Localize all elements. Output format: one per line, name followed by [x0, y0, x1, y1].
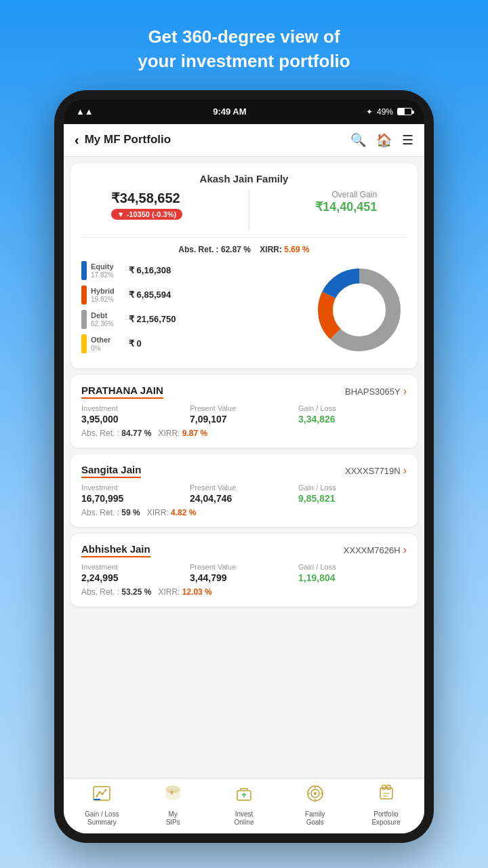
- portfolio-summary-card: Akash Jain Family ₹34,58,652 ▼ -10350 (-…: [70, 163, 418, 368]
- hero-line2: your investment portfolio: [138, 51, 350, 71]
- debt-label: Debt 62.36%: [91, 311, 125, 328]
- present-value-label-a: Present Value: [190, 563, 298, 571]
- member-name-prathana[interactable]: PRATHANA JAIN: [81, 384, 163, 399]
- present-value-col-s: Present Value 24,04,746: [190, 484, 298, 504]
- menu-icon[interactable]: ☰: [402, 132, 413, 148]
- equity-amount: ₹ 6,16,308: [129, 265, 171, 275]
- portfolio-right: Overall Gain ₹14,40,451: [315, 190, 377, 214]
- gain-loss-icon: [92, 784, 111, 808]
- abs-ret-row-sangita: Abs. Ret. : 59 % XIRR: 4.82 %: [81, 508, 407, 517]
- gain-loss-col: Gain / Loss 3,34,826: [298, 404, 407, 425]
- back-title: ‹ My MF Portfolio: [75, 132, 171, 148]
- member-card-abhishek: Abhishek Jain XXXXM7626H › Investment 2,…: [70, 534, 418, 606]
- abs-ret-row-abhishek: Abs. Ret. : 53.25 % XIRR: 12.03 %: [81, 587, 407, 597]
- svg-point-3: [333, 284, 385, 336]
- member-card-prathana: PRATHANA JAIN BHAPS3065Y › Investment 3,…: [70, 375, 418, 448]
- member-card-sangita: Sangita Jain XXXXS7719N › Investment 16,…: [70, 454, 418, 527]
- investment-label-a: Investment: [81, 563, 190, 571]
- member-header-prathana: PRATHANA JAIN BHAPS3065Y ›: [81, 384, 407, 399]
- bottom-nav: Gain / LossSummary ₹ MySIPs: [64, 778, 424, 833]
- portfolio-exposure-icon: [377, 784, 396, 808]
- svg-point-9: [99, 791, 101, 793]
- total-value: ₹34,58,652: [111, 190, 182, 206]
- investment-col-s: Investment 16,70,995: [81, 484, 190, 504]
- abs-ret-row: Abs. Ret. : 62.87 % XIRR: 5.69 %: [81, 245, 407, 254]
- status-time: 9:49 AM: [213, 106, 246, 117]
- investment-label: Investment: [81, 404, 190, 412]
- svg-point-8: [96, 795, 98, 797]
- svg-point-10: [102, 793, 104, 795]
- member-name-sangita[interactable]: Sangita Jain: [81, 464, 141, 478]
- hybrid-dot: [81, 285, 87, 304]
- gain-loss-value-a: 1,19,804: [298, 572, 407, 583]
- nav-family-goals[interactable]: FamilyGoals: [295, 784, 336, 827]
- abs-ret-label: Abs. Ret. :: [178, 245, 218, 254]
- member-id-abhishek[interactable]: XXXXM7626H ›: [344, 544, 407, 556]
- sips-label: MySIPs: [166, 810, 180, 827]
- nav-sips[interactable]: ₹ MySIPs: [152, 784, 193, 827]
- family-goals-icon: [306, 784, 325, 808]
- portfolio-top: ₹34,58,652 ▼ -10350 (-0.3%) Overall Gain…: [81, 190, 407, 238]
- investment-col: Investment 3,95,000: [81, 404, 190, 425]
- back-button[interactable]: ‹: [75, 132, 79, 148]
- member-stats-prathana: Investment 3,95,000 Present Value 7,09,1…: [81, 404, 407, 425]
- xirr-label: XIRR:: [260, 245, 282, 254]
- present-value-col-a: Present Value 3,44,799: [190, 563, 298, 583]
- gain-loss-label: Gain / Loss: [298, 404, 407, 412]
- investment-label-s: Investment: [81, 484, 190, 492]
- member-name-abhishek[interactable]: Abhishek Jain: [81, 543, 150, 557]
- nav-portfolio-exposure[interactable]: PortfolioExposure: [366, 784, 407, 827]
- family-name: Akash Jain Family: [81, 173, 407, 184]
- member-stats-sangita: Investment 16,70,995 Present Value 24,04…: [81, 484, 407, 504]
- svg-rect-12: [94, 799, 100, 800]
- portfolio-breakdown: Equity 17.82% ₹ 6,16,308 Hybrid 19.82%: [81, 261, 407, 359]
- gain-loss-label-a: Gain / Loss: [298, 563, 407, 571]
- investment-value-a: 2,24,995: [81, 572, 190, 583]
- phone-screen: ‹ My MF Portfolio 🔍 🏠 ☰ Akash Jain Famil…: [64, 124, 424, 833]
- present-value-s: 24,04,746: [190, 493, 298, 504]
- gain-loss-label-s: Gain / Loss: [298, 484, 407, 492]
- portfolio-left: ₹34,58,652 ▼ -10350 (-0.3%): [111, 190, 182, 220]
- hero-text: Get 360-degree view of your investment p…: [97, 0, 390, 90]
- bluetooth-icon: ✦: [366, 107, 373, 117]
- other-dot: [81, 334, 87, 353]
- overall-gain-label: Overall Gain: [315, 190, 377, 199]
- investment-value-s: 16,70,995: [81, 493, 190, 504]
- other-label: Other 0%: [91, 336, 125, 352]
- svg-rect-27: [382, 785, 386, 789]
- search-icon[interactable]: 🔍: [350, 132, 367, 148]
- invest-online-icon: [235, 784, 253, 808]
- change-badge: ▼ -10350 (-0.3%): [111, 209, 182, 220]
- family-goals-label: FamilyGoals: [305, 810, 325, 827]
- portfolio-exposure-label: PortfolioExposure: [371, 810, 400, 827]
- status-bar: ▲▲ 9:49 AM ✦ 49%: [64, 100, 424, 124]
- hybrid-label: Hybrid 19.82%: [91, 287, 125, 303]
- divider: [249, 190, 249, 231]
- overall-gain-amount: ₹14,40,451: [315, 199, 377, 214]
- gain-loss-col-a: Gain / Loss 1,19,804: [298, 563, 407, 583]
- scroll-padding: [70, 613, 418, 620]
- hero-line1: Get 360-degree view of: [148, 26, 340, 47]
- home-icon[interactable]: 🏠: [376, 132, 392, 148]
- member-id-prathana[interactable]: BHAPS3065Y ›: [345, 385, 407, 397]
- gain-loss-value-s: 9,85,821: [298, 493, 407, 504]
- svg-rect-28: [387, 785, 390, 789]
- donut-chart: [312, 262, 407, 357]
- svg-point-21: [314, 792, 317, 795]
- invest-online-label: InvestOnline: [235, 810, 254, 827]
- present-value-a: 3,44,799: [190, 572, 298, 583]
- page-title: My MF Portfolio: [85, 133, 171, 146]
- breakdown-list: Equity 17.82% ₹ 6,16,308 Hybrid 19.82%: [81, 261, 312, 359]
- gain-loss-label: Gain / LossSummary: [85, 810, 119, 827]
- status-right: ✦ 49%: [366, 107, 412, 117]
- equity-dot: [81, 261, 87, 280]
- nav-invest-online[interactable]: InvestOnline: [224, 784, 264, 827]
- member-stats-abhishek: Investment 2,24,995 Present Value 3,44,7…: [81, 563, 407, 583]
- gain-loss-col-s: Gain / Loss 9,85,821: [298, 484, 407, 504]
- member-id-sangita[interactable]: XXXXS7719N ›: [345, 465, 407, 477]
- battery-level: 49%: [377, 107, 393, 117]
- breakdown-other: Other 0% ₹ 0: [81, 334, 312, 353]
- abs-ret-value: 62.87 %: [221, 245, 251, 254]
- nav-gain-loss[interactable]: Gain / LossSummary: [81, 784, 122, 827]
- gain-loss-value: 3,34,826: [298, 414, 407, 425]
